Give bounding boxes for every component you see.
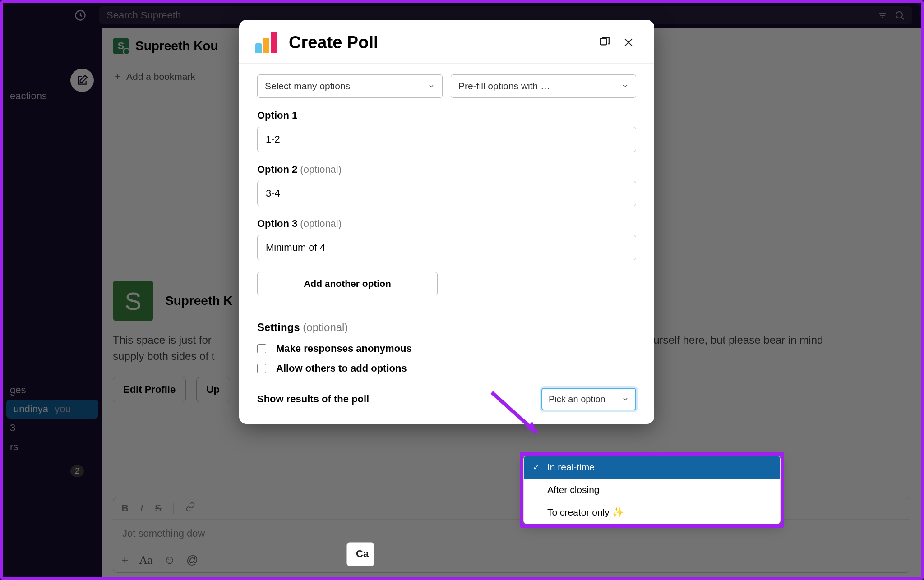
chevron-down-icon [622,396,629,403]
option2-label: Option 2 (optional) [257,164,636,175]
option1-input[interactable] [257,127,636,152]
annotation-arrow [487,388,550,453]
cancel-button[interactable]: Ca [346,542,374,566]
select-prefill[interactable]: Pre-fill options with … [451,74,636,98]
create-poll-modal: Create Poll Select many options Pre-fill… [239,20,654,424]
option1-label: Option 1 [257,110,636,121]
option2-input[interactable] [257,181,636,206]
expand-icon[interactable] [595,33,614,52]
chevron-down-icon [428,83,435,90]
poll-app-icon [255,32,277,53]
modal-title: Create Poll [289,33,589,52]
settings-heading: Settings (optional) [257,321,636,334]
show-results-select[interactable]: Pick an option [541,388,636,410]
add-option-button[interactable]: Add another option [257,272,438,295]
dropdown-item-realtime[interactable]: In real-time [524,456,780,479]
results-dropdown: In real-time After closing To creator on… [523,456,781,524]
dropdown-item-creator-only[interactable]: To creator only ✨ [524,501,780,524]
show-results-label: Show results of the poll [257,393,369,405]
option3-label: Option 3 (optional) [257,218,636,230]
chevron-down-icon [621,83,628,90]
svg-rect-2 [600,38,606,45]
select-vote-type[interactable]: Select many options [257,74,443,98]
close-icon[interactable] [619,33,638,52]
dropdown-item-after-closing[interactable]: After closing [524,479,780,501]
allow-add-checkbox[interactable]: Allow others to add options [257,363,636,374]
option3-input[interactable] [257,235,636,260]
anonymous-checkbox[interactable]: Make responses anonymous [257,343,636,354]
